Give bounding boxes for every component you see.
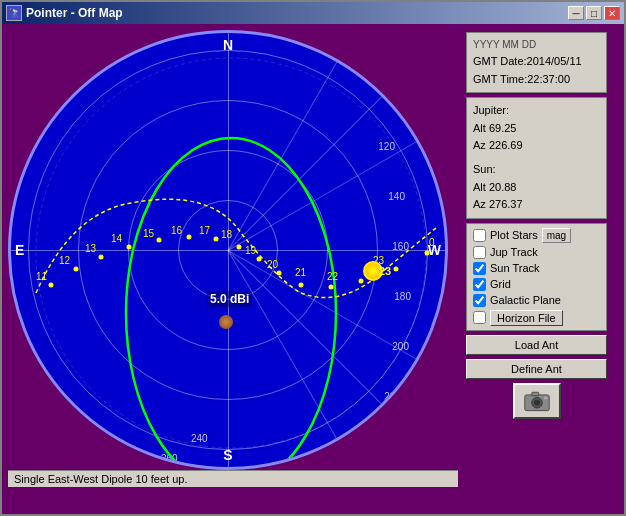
gmt-time-value: 22:37:00 xyxy=(527,73,570,85)
maximize-button[interactable]: □ xyxy=(586,6,602,20)
svg-point-13 xyxy=(329,285,334,290)
gmt-date-label: GMT Date: xyxy=(473,55,527,67)
sun-alt: Alt 20.88 xyxy=(473,179,600,197)
svg-point-19 xyxy=(533,399,539,405)
sun-name: Sun: xyxy=(473,161,600,179)
hour-22: 22 xyxy=(327,271,338,282)
sky-map: N S E W 120 140 160 180 200 220 240 260 xyxy=(8,30,448,470)
svg-point-14 xyxy=(359,279,364,284)
svg-point-15 xyxy=(394,267,399,272)
gmt-time-label: GMT Time: xyxy=(473,73,527,85)
gmt-date-value: 2014/05/11 xyxy=(527,55,582,67)
title-bar: 🔭 Pointer - Off Map ─ □ ✕ xyxy=(2,2,624,24)
horizon-file-checkbox[interactable] xyxy=(473,311,486,324)
hour-21: 21 xyxy=(295,267,306,278)
hour-13: 13 xyxy=(85,243,96,254)
right-panel: YYYY MM DD GMT Date:2014/05/11 GMT Time:… xyxy=(464,30,609,508)
sun-hour-label: 23 xyxy=(379,265,391,277)
svg-point-3 xyxy=(74,267,79,272)
options-panel: Plot Stars mag Jup Track Sun Track Grid xyxy=(466,223,607,331)
status-text: Single East-West Dipole 10 feet up. xyxy=(14,473,187,485)
title-bar-left: 🔭 Pointer - Off Map xyxy=(6,5,123,21)
svg-point-4 xyxy=(99,255,104,260)
sun-track-checkbox[interactable] xyxy=(473,262,486,275)
camera-icon xyxy=(523,387,551,415)
gmt-date-row: GMT Date:2014/05/11 xyxy=(473,53,600,71)
window-controls: ─ □ ✕ xyxy=(568,6,620,20)
jup-track-checkbox[interactable] xyxy=(473,246,486,259)
jupiter-position xyxy=(219,315,233,329)
jupiter-alt: Alt 69.25 xyxy=(473,120,600,138)
hour-0: 0 xyxy=(429,237,435,248)
hour-14: 14 xyxy=(111,233,122,244)
hour-20: 20 xyxy=(267,259,278,270)
camera-button[interactable] xyxy=(513,383,561,419)
minimize-button[interactable]: ─ xyxy=(568,6,584,20)
jup-track-row: Jup Track xyxy=(473,246,600,259)
svg-rect-21 xyxy=(544,396,548,399)
plot-stars-label: Plot Stars xyxy=(490,229,538,241)
format-label: YYYY MM DD xyxy=(473,37,600,53)
galactic-plane-row: Galactic Plane xyxy=(473,294,600,307)
svg-point-5 xyxy=(127,245,132,250)
svg-point-8 xyxy=(214,237,219,242)
horizon-file-row: Horizon File xyxy=(473,310,600,326)
grid-checkbox[interactable] xyxy=(473,278,486,291)
svg-point-7 xyxy=(187,235,192,240)
app-icon: 🔭 xyxy=(6,5,22,21)
main-content: N S E W 120 140 160 180 200 220 240 260 xyxy=(2,24,624,514)
jup-track-label: Jup Track xyxy=(490,246,538,258)
grid-label: Grid xyxy=(490,278,511,290)
horizon-file-button[interactable]: Horizon File xyxy=(490,310,563,326)
hour-17: 17 xyxy=(199,225,210,236)
object-info-panel: Jupiter: Alt 69.25 Az 226.69 Sun: Alt 20… xyxy=(466,97,607,219)
svg-point-6 xyxy=(157,238,162,243)
sun-track-label: Sun Track xyxy=(490,262,540,274)
plot-stars-checkbox[interactable] xyxy=(473,229,486,242)
gmt-time-row: GMT Time:22:37:00 xyxy=(473,71,600,89)
jupiter-name: Jupiter: xyxy=(473,102,600,120)
load-ant-button[interactable]: Load Ant xyxy=(466,335,607,355)
svg-point-16 xyxy=(425,251,430,256)
svg-point-10 xyxy=(257,257,262,262)
hour-16: 16 xyxy=(171,225,182,236)
grid-row: Grid xyxy=(473,278,600,291)
close-button[interactable]: ✕ xyxy=(604,6,620,20)
svg-rect-20 xyxy=(531,392,538,396)
antenna-pattern-svg xyxy=(11,33,448,470)
hour-15: 15 xyxy=(143,228,154,239)
sun-az: Az 276.37 xyxy=(473,196,600,214)
main-window: 🔭 Pointer - Off Map ─ □ ✕ xyxy=(0,0,626,516)
galactic-plane-label: Galactic Plane xyxy=(490,294,561,306)
date-info-panel: YYYY MM DD GMT Date:2014/05/11 GMT Time:… xyxy=(466,32,607,93)
window-title: Pointer - Off Map xyxy=(26,6,123,20)
plot-stars-row: Plot Stars mag xyxy=(473,228,600,243)
svg-point-9 xyxy=(237,245,242,250)
map-area: N S E W 120 140 160 180 200 220 240 260 xyxy=(8,30,458,500)
define-ant-button[interactable]: Define Ant xyxy=(466,359,607,379)
svg-point-12 xyxy=(299,283,304,288)
hour-12: 12 xyxy=(59,255,70,266)
sun-track-row: Sun Track xyxy=(473,262,600,275)
svg-point-2 xyxy=(49,283,54,288)
hour-18: 18 xyxy=(221,229,232,240)
svg-point-11 xyxy=(277,271,282,276)
galactic-plane-checkbox[interactable] xyxy=(473,294,486,307)
dbi-label: 5.0 dBi xyxy=(207,291,252,307)
mag-button[interactable]: mag xyxy=(542,228,571,243)
hour-11: 11 xyxy=(36,271,47,282)
hour-19: 19 xyxy=(245,245,256,256)
status-bar: Single East-West Dipole 10 feet up. xyxy=(8,470,458,487)
jupiter-az: Az 226.69 xyxy=(473,137,600,155)
